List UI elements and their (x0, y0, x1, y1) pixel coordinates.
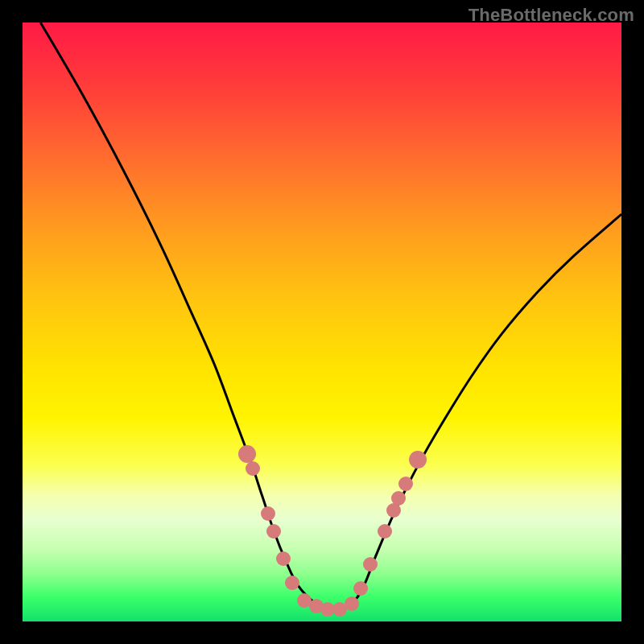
marker-dot (409, 451, 427, 469)
curve-layer (23, 23, 621, 621)
marker-dot (378, 524, 392, 539)
marker-dot (246, 461, 260, 476)
marker-dot (261, 506, 275, 521)
watermark-text: TheBottleneck.com (469, 5, 634, 26)
marker-dot (285, 576, 299, 590)
chart-frame: TheBottleneck.com (0, 0, 644, 644)
marker-dot (398, 477, 413, 491)
marker-dot (276, 551, 291, 566)
green-zone (23, 594, 621, 621)
marker-dot (238, 445, 256, 463)
marker-dot (391, 491, 406, 506)
marker-dot (266, 524, 281, 539)
marker-dot (363, 557, 378, 572)
plot-area (23, 23, 621, 621)
bottleneck-curve (40, 23, 621, 609)
